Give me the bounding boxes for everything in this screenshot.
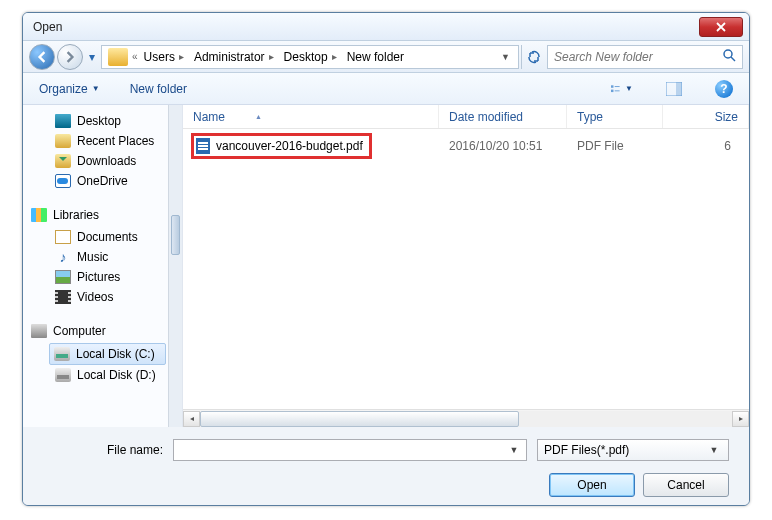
disk-icon <box>55 368 71 382</box>
desktop-icon <box>55 114 71 128</box>
file-pane: Name Date modified Type Size vancouver-2… <box>183 105 749 427</box>
svg-point-0 <box>724 50 732 58</box>
svg-rect-2 <box>611 85 613 87</box>
sidebar-downloads[interactable]: Downloads <box>35 151 182 171</box>
file-date: 2016/10/20 10:51 <box>439 139 567 153</box>
file-size: 6 <box>663 139 749 153</box>
scroll-track[interactable] <box>200 411 732 427</box>
crumb-desktop[interactable]: Desktop▸ <box>280 50 341 64</box>
filename-combo[interactable]: ▼ <box>173 439 527 461</box>
scroll-right[interactable]: ▸ <box>732 411 749 427</box>
pdf-icon <box>196 138 210 154</box>
libraries-icon <box>31 208 47 222</box>
preview-pane-button[interactable] <box>663 79 685 99</box>
sidebar-desktop[interactable]: Desktop <box>35 111 182 131</box>
view-options-button[interactable]: ▼ <box>611 79 633 99</box>
crumb-admin[interactable]: Administrator▸ <box>190 50 278 64</box>
crumb-overflow[interactable]: « <box>132 51 138 62</box>
crumb-users[interactable]: Users▸ <box>140 50 188 64</box>
col-name[interactable]: Name <box>183 105 439 128</box>
back-button[interactable] <box>29 44 55 70</box>
search-box[interactable] <box>547 45 743 69</box>
filetype-filter[interactable]: PDF Files(*.pdf) ▼ <box>537 439 729 461</box>
downloads-icon <box>55 154 71 168</box>
pictures-icon <box>55 270 71 284</box>
col-size[interactable]: Size <box>663 105 749 128</box>
file-list[interactable]: vancouver-2016-budget.pdf 2016/10/20 10:… <box>183 129 749 409</box>
forward-button[interactable] <box>57 44 83 70</box>
filter-dropdown-icon: ▼ <box>706 445 722 455</box>
breadcrumb-dropdown[interactable]: ▼ <box>497 52 514 62</box>
toolbar: Organize▼ New folder ▼ ? <box>23 73 749 105</box>
filename-input[interactable] <box>178 443 506 457</box>
breadcrumb[interactable]: « Users▸ Administrator▸ Desktop▸ New fol… <box>101 45 519 69</box>
search-input[interactable] <box>554 50 723 64</box>
svg-rect-3 <box>611 89 613 91</box>
svg-rect-7 <box>676 82 682 96</box>
onedrive-icon <box>55 174 71 188</box>
documents-icon <box>55 230 71 244</box>
help-button[interactable]: ? <box>715 80 733 98</box>
horizontal-scrollbar[interactable]: ◂ ▸ <box>183 409 749 427</box>
close-button[interactable] <box>699 17 743 37</box>
scroll-left[interactable]: ◂ <box>183 411 200 427</box>
music-icon: ♪ <box>55 250 71 264</box>
crumb-newfolder[interactable]: New folder <box>343 50 408 64</box>
file-highlight: vancouver-2016-budget.pdf <box>191 133 372 159</box>
organize-menu[interactable]: Organize▼ <box>39 82 100 96</box>
window-title: Open <box>29 20 699 34</box>
recent-icon <box>55 134 71 148</box>
column-headers: Name Date modified Type Size <box>183 105 749 129</box>
body: Desktop Recent Places Downloads OneDrive… <box>23 105 749 427</box>
refresh-button[interactable] <box>521 45 545 69</box>
new-folder-button[interactable]: New folder <box>130 82 187 96</box>
sidebar-recent[interactable]: Recent Places <box>35 131 182 151</box>
sidebar-disk-c[interactable]: Local Disk (C:) <box>49 343 166 365</box>
sidebar-computer[interactable]: Computer <box>23 321 182 341</box>
filename-dropdown[interactable]: ▼ <box>506 445 522 455</box>
videos-icon <box>55 290 71 304</box>
file-type: PDF File <box>567 139 663 153</box>
scrollbar-thumb[interactable] <box>171 215 180 255</box>
open-button[interactable]: Open <box>549 473 635 497</box>
sidebar-disk-d[interactable]: Local Disk (D:) <box>35 365 182 385</box>
col-date[interactable]: Date modified <box>439 105 567 128</box>
navbar: ▾ « Users▸ Administrator▸ Desktop▸ New f… <box>23 41 749 73</box>
sidebar: Desktop Recent Places Downloads OneDrive… <box>23 105 183 427</box>
col-type[interactable]: Type <box>567 105 663 128</box>
nav-history-dropdown[interactable]: ▾ <box>85 44 99 70</box>
sidebar-libraries[interactable]: Libraries <box>23 205 182 225</box>
search-icon <box>723 49 736 65</box>
sidebar-music[interactable]: ♪Music <box>35 247 182 267</box>
file-row[interactable]: vancouver-2016-budget.pdf 2016/10/20 10:… <box>183 135 749 157</box>
folder-icon <box>108 48 128 66</box>
computer-icon <box>31 324 47 338</box>
open-dialog: Open ▾ « Users▸ Administrator▸ Desktop▸ … <box>22 12 750 506</box>
disk-icon <box>54 347 70 361</box>
sidebar-scrollbar[interactable] <box>168 105 182 427</box>
sidebar-videos[interactable]: Videos <box>35 287 182 307</box>
sidebar-onedrive[interactable]: OneDrive <box>35 171 182 191</box>
sidebar-documents[interactable]: Documents <box>35 227 182 247</box>
scroll-thumb[interactable] <box>200 411 519 427</box>
footer: File name: ▼ PDF Files(*.pdf) ▼ Open Can… <box>23 427 749 506</box>
cancel-button[interactable]: Cancel <box>643 473 729 497</box>
file-name: vancouver-2016-budget.pdf <box>216 139 363 153</box>
sidebar-pictures[interactable]: Pictures <box>35 267 182 287</box>
titlebar[interactable]: Open <box>23 13 749 41</box>
filename-label: File name: <box>43 443 163 457</box>
svg-line-1 <box>731 57 735 61</box>
